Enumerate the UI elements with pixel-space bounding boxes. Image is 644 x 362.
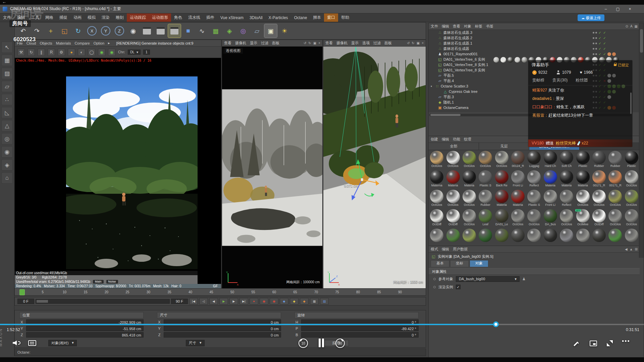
- material-item[interactable]: Materia: [494, 189, 510, 208]
- om-filter-icon[interactable]: A: [630, 24, 633, 28]
- material-item[interactable]: OctGlos: [526, 208, 542, 228]
- material-filter-tab[interactable]: 全部: [429, 143, 479, 150]
- camera-picker-button[interactable]: ◉: [108, 49, 115, 56]
- material-item[interactable]: Soft Ch: [558, 150, 575, 170]
- goto-start-button[interactable]: |◀: [189, 298, 198, 305]
- refresh-render-button[interactable]: ↻: [28, 49, 35, 56]
- timeline-playhead[interactable]: [19, 289, 25, 295]
- material-manager-menu-item[interactable]: 编辑: [442, 137, 449, 142]
- keyframe-bullet[interactable]: [433, 278, 436, 280]
- material-item[interactable]: [510, 228, 526, 246]
- generator-toggle[interactable]: ✓: [603, 42, 606, 45]
- material-tag[interactable]: [617, 36, 621, 40]
- material-item[interactable]: [624, 228, 640, 246]
- enable-toggle[interactable]: ✓: [598, 52, 602, 56]
- viewport-solo-button[interactable]: ◉: [1, 146, 13, 158]
- rotate-tool-button[interactable]: ↻: [72, 24, 85, 38]
- material-tag[interactable]: [612, 36, 616, 40]
- material-item[interactable]: OctGlos: [624, 189, 640, 208]
- enable-toggle[interactable]: ✓: [598, 36, 602, 40]
- environment-button[interactable]: ▱: [251, 24, 263, 38]
- y-axis-lock-button[interactable]: Y: [99, 24, 112, 38]
- viewport-maximize-icon[interactable]: ▣: [313, 41, 316, 45]
- viewport-menu-item[interactable]: 摄像机: [336, 41, 347, 46]
- pause-render-button[interactable]: ∥: [38, 49, 45, 56]
- record-options-button[interactable]: ◉: [270, 298, 278, 305]
- close-button[interactable]: ×: [624, 6, 636, 12]
- lock-resolution-button[interactable]: ●: [68, 49, 75, 56]
- subdivision-surface-button[interactable]: ▦: [209, 24, 222, 38]
- viewport-name-label[interactable]: 透视视图: [223, 48, 243, 54]
- render-view-menu-item[interactable]: Objects: [40, 41, 52, 45]
- goto-end-button[interactable]: ▶|: [239, 298, 248, 305]
- material-item[interactable]: OctGlos: [510, 208, 526, 228]
- material-item[interactable]: [494, 228, 510, 246]
- viewport-menu-item[interactable]: 面板: [272, 41, 279, 46]
- danmaku-scrollbar[interactable]: [630, 93, 632, 114]
- material-item[interactable]: OctGlos: [624, 170, 640, 189]
- generator-toggle[interactable]: ✓: [603, 52, 606, 56]
- material-tag[interactable]: [622, 42, 625, 45]
- object-properties-header[interactable]: 对象属性: [429, 268, 640, 275]
- material-item[interactable]: 00171_R: [591, 170, 607, 189]
- render-view-menu-item[interactable]: Compare: [74, 41, 90, 45]
- texture-tag-sphere[interactable]: [507, 57, 513, 63]
- clay-mode-button[interactable]: ◐: [78, 49, 85, 56]
- pause-button[interactable]: [318, 339, 325, 347]
- material-item[interactable]: Luggag: [526, 150, 542, 170]
- viewport-close-icon[interactable]: ×: [422, 41, 424, 45]
- menu-item[interactable]: 动画: [70, 13, 85, 22]
- workplane-lock-button[interactable]: ⌂: [1, 172, 13, 184]
- texture-tag-sphere[interactable]: [515, 57, 520, 63]
- material-item[interactable]: 00124_R: [510, 150, 526, 170]
- viewport-redo-icon[interactable]: ↻: [412, 41, 414, 45]
- material-item[interactable]: OctGlos: [445, 189, 461, 208]
- material-tag[interactable]: [612, 47, 616, 51]
- viewport-undo-icon[interactable]: ↺: [407, 41, 410, 45]
- move-tool-button[interactable]: ＋: [44, 24, 57, 38]
- position-y-field[interactable]: -51.958 cm: [26, 326, 144, 331]
- material-item[interactable]: Rubber: [477, 189, 493, 208]
- rewind-10-button[interactable]: 10: [299, 339, 308, 348]
- texture-mode-button[interactable]: ▨: [1, 68, 13, 79]
- render-visibility-dot[interactable]: [595, 43, 597, 44]
- render-visibility-dot[interactable]: [595, 53, 597, 55]
- menu-item[interactable]: Octane: [291, 13, 310, 22]
- timeline-window-button[interactable]: ▤: [320, 298, 329, 305]
- material-item[interactable]: Back Re: [494, 170, 510, 189]
- material-tag[interactable]: [612, 31, 616, 35]
- attribute-tab[interactable]: 坐标: [450, 260, 469, 267]
- texture-tag-sphere[interactable]: [500, 57, 506, 63]
- material-item[interactable]: OctGlos: [429, 189, 445, 208]
- rotation-b-field[interactable]: 0 °: [301, 332, 419, 338]
- texture-tag-sphere[interactable]: [493, 57, 499, 63]
- material-item[interactable]: [558, 228, 575, 246]
- material-item[interactable]: [477, 228, 493, 246]
- viewport-redo-icon[interactable]: ↻: [308, 41, 311, 45]
- viewport-canvas[interactable]: [222, 47, 322, 289]
- object-picker-icon[interactable]: ♟: [522, 277, 526, 281]
- quick-upload-button[interactable]: ☁ 极速上传: [578, 14, 604, 21]
- viewport-close-icon[interactable]: ×: [318, 41, 320, 45]
- viewport-menu-item[interactable]: 过滤: [261, 41, 268, 46]
- z-axis-lock-button[interactable]: Z: [113, 24, 126, 38]
- keyframe-position-button[interactable]: ◆: [280, 298, 288, 305]
- material-item[interactable]: Plastic S: [477, 170, 493, 189]
- object-row[interactable]: ∴ 森林岩石生成器.1 ✓ ✓: [429, 41, 640, 46]
- material-item[interactable]: OctGlos: [494, 150, 510, 170]
- material-item[interactable]: Materna: [429, 170, 445, 189]
- material-tag[interactable]: [617, 42, 621, 45]
- generator-toggle[interactable]: ✓: [603, 47, 606, 51]
- menu-item[interactable]: X-Particles: [266, 13, 291, 22]
- editor-visibility-dot[interactable]: [593, 37, 594, 39]
- material-tag[interactable]: [622, 52, 625, 56]
- animation-timeline-ruler[interactable]: 0 5 10 15 20 25 30 35 40 45 50 55 60 65 …: [14, 288, 426, 296]
- x-axis-lock-button[interactable]: X: [86, 24, 98, 38]
- menu-item[interactable]: 角色: [171, 13, 185, 22]
- material-item[interactable]: Leaf: [477, 208, 493, 228]
- material-manager-menu-item[interactable]: 功能: [453, 137, 460, 142]
- editor-visibility-dot[interactable]: [593, 43, 594, 44]
- material-item[interactable]: Materia: [542, 170, 558, 189]
- material-item[interactable]: Plastic: [624, 150, 640, 170]
- exit-fullscreen-icon[interactable]: [606, 340, 613, 347]
